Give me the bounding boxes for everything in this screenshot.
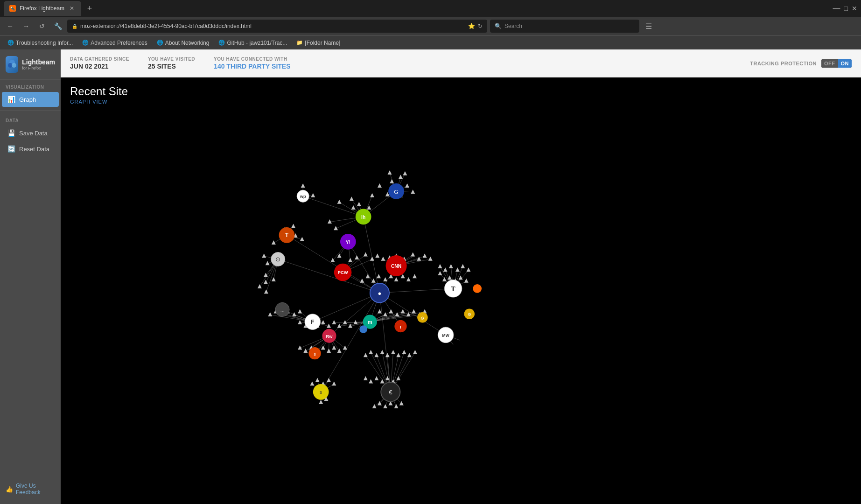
tracker-triangle (298, 309, 302, 313)
bookmark-troubleshooting[interactable]: 🌐 Troubleshooting Infor... (4, 39, 77, 47)
tracker-triangle (389, 309, 393, 313)
tracker-triangle (360, 279, 364, 283)
tab-title: Firefox Lightbeam (20, 5, 64, 12)
active-tab[interactable]: 🔦 Firefox Lightbeam ✕ (4, 1, 81, 16)
tracker-triangle (395, 312, 399, 316)
tools-button[interactable]: 🔧 (51, 20, 64, 33)
lifehacker-label: lh (361, 215, 365, 220)
tracker-triangle (291, 224, 295, 228)
tracker-triangle (369, 379, 373, 384)
tracker-triangle (332, 320, 336, 324)
theatlantic-label: ⊙ (275, 256, 280, 263)
close-button[interactable]: ✕ (852, 5, 857, 12)
reset-data-label: Reset Data (19, 146, 49, 153)
toggle-on[interactable]: ON (838, 59, 852, 68)
bookmark-advanced[interactable]: 🌐 Advanced Preferences (78, 39, 151, 47)
sidebar-logo: Lightbeam for Firefox (0, 49, 61, 80)
medium-label: m (368, 319, 372, 325)
tracker-triangle (332, 345, 336, 350)
tracker-triangle (321, 320, 325, 324)
site5-label: ⚙ (468, 312, 471, 317)
tracker-triangle (272, 277, 276, 281)
tracker-triangle (301, 183, 305, 188)
tab-favicon: 🔦 (9, 5, 16, 12)
svg-point-2 (12, 63, 16, 68)
tracker-triangle (348, 258, 352, 262)
tracker-triangle (357, 202, 361, 206)
svg-line-14 (278, 259, 380, 293)
bookmark-label-3: About Networking (165, 40, 210, 46)
tab-close-button[interactable]: ✕ (68, 5, 76, 12)
bookmark-icon-3: 🌐 (157, 40, 163, 46)
bookmark-icon-5: 📁 (296, 40, 303, 46)
address-bar[interactable]: 🔒 moz-extension://41e8deb8-3e2f-4554-90a… (67, 20, 487, 33)
bookmark-icon-2: 🌐 (82, 40, 89, 46)
feedback-label: Give Us Feedback (16, 483, 55, 496)
minimize-button[interactable]: — (833, 4, 840, 13)
tracker-triangle (399, 175, 403, 179)
tracker-triangle (298, 320, 302, 324)
tracker-triangle (449, 264, 453, 268)
logo-name: Lightbeam (22, 58, 55, 66)
tracker-triangle (303, 349, 308, 353)
toggle-off[interactable]: OFF (821, 59, 838, 68)
tracker-triangle (327, 349, 331, 353)
yahoo-label: Y! (346, 240, 350, 245)
tracker-triangle (332, 381, 336, 385)
tracker-triangle (328, 219, 332, 224)
sidebar-item-reset-data[interactable]: 🔄 Reset Data (2, 141, 59, 156)
tracker-triangle (391, 350, 395, 354)
tracker-triangle (264, 280, 268, 284)
tracker-triangle (448, 275, 452, 280)
sidebar-item-save-data[interactable]: 💾 Save Data (2, 126, 59, 140)
tracker-triangle (367, 205, 371, 210)
new-tab-button[interactable]: + (83, 2, 96, 15)
site6-label: s (314, 352, 316, 357)
bookmark-networking[interactable]: 🌐 About Networking (153, 39, 213, 47)
feedback-link[interactable]: 👍 Give Us Feedback (0, 479, 61, 499)
maximize-button[interactable]: □ (844, 5, 848, 12)
tracker-triangle (385, 353, 390, 357)
gathered-since-info: DATA GATHERED SINCE JUN 02 2021 (70, 56, 129, 70)
bookmark-icon-1: 🌐 (7, 40, 14, 46)
search-placeholder: Search (504, 23, 522, 29)
data-section-label: DATA (0, 113, 61, 125)
tracker-triangle (268, 312, 272, 316)
tracker-triangle (383, 277, 387, 281)
tracking-label: TRACKING PROTECTION (750, 61, 817, 66)
bookmark-folder[interactable]: 📁 [Folder Name] (293, 39, 344, 47)
tracker-triangle (370, 257, 374, 261)
tracking-toggle[interactable]: OFF ON (821, 59, 852, 68)
connected-label: YOU HAVE CONNECTED WITH (214, 56, 290, 62)
tracker-triangle (405, 183, 409, 188)
color-node[interactable] (473, 284, 482, 293)
tracker-triangle (423, 253, 427, 258)
sidebar-toggle[interactable]: ☰ (642, 20, 655, 33)
browser-chrome: 🔦 Firefox Lightbeam ✕ + — □ ✕ ← → ↺ 🔧 🔒 … (0, 0, 861, 49)
tracker-triangle (369, 350, 373, 354)
tracker-triangle (401, 309, 405, 313)
tracker-triangle (372, 404, 377, 408)
logo-subtext: for Firefox (22, 66, 55, 70)
forward-button[interactable]: → (20, 20, 33, 33)
back-button[interactable]: ← (4, 20, 17, 33)
tracker-triangle (380, 350, 385, 354)
tracker-triangle (428, 257, 433, 261)
search-bar[interactable]: 🔍 Search (490, 20, 639, 33)
tracker-triangle (411, 189, 415, 194)
gizmodo-label: G (394, 189, 399, 195)
tracker-triangle (399, 401, 404, 405)
nyt-label: T (451, 285, 455, 293)
tracker-triangle (455, 267, 460, 272)
network-graph: CNN PCW ● lh G T Y! (61, 77, 861, 504)
tracker-triangle (413, 274, 417, 278)
bookmark-github[interactable]: 🌐 GitHub - jawz101/Trac... (215, 39, 291, 47)
site1-node[interactable] (359, 325, 367, 333)
reload-button[interactable]: ↺ (35, 20, 49, 33)
tracker-triangle (381, 257, 385, 261)
tracker-triangle (442, 277, 447, 281)
sidebar-item-graph[interactable]: 📊 Graph (2, 92, 59, 107)
pcw-label: PCW (338, 270, 348, 275)
graph-header: Recent Site GRAPH VIEW (70, 85, 128, 105)
tracker-triangle (350, 196, 354, 201)
